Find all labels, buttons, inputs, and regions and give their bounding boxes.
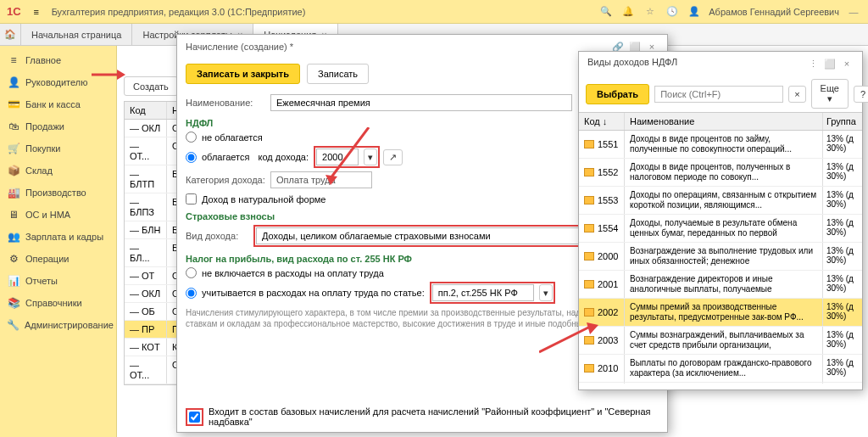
sidebar-item[interactable]: ≡Главное [0, 49, 116, 71]
natural-checkbox[interactable] [186, 193, 197, 204]
col-code[interactable]: Код [125, 102, 167, 119]
folder-icon [584, 308, 594, 317]
ref-row[interactable]: 2002Суммы премий за производственные рез… [579, 299, 862, 327]
category-input [270, 171, 372, 188]
sidebar-icon: 📊 [7, 274, 20, 288]
sidebar-icon: 🛒 [7, 142, 20, 155]
ref-title: Виды доходов НДФЛ [587, 57, 677, 70]
dropdown-icon[interactable]: ▾ [364, 148, 377, 165]
ref-row[interactable]: 1553Доходы по операциям, связанным с отк… [579, 187, 862, 215]
base-accrual-checkbox[interactable] [189, 412, 200, 423]
name-input[interactable] [270, 94, 572, 111]
sidebar-item[interactable]: 🛍Продажи [0, 115, 116, 137]
close-icon[interactable]: × [840, 57, 854, 70]
sidebar-item[interactable]: 👥Зарплата и кадры [0, 226, 116, 248]
sidebar-icon: 👥 [7, 230, 20, 244]
clear-search-icon[interactable]: × [788, 86, 805, 103]
ref-row[interactable]: 2012Суммы отпускных выплат13% (д [579, 383, 862, 384]
folder-icon [584, 252, 594, 261]
open-ref-icon[interactable]: ↗ [383, 149, 403, 165]
search-input[interactable] [654, 86, 783, 103]
ref-row[interactable]: 2010Выплаты по договорам гражданско-прав… [579, 355, 862, 383]
ref-panel: Виды доходов НДФЛ ⋮ ⬜ × Выбрать × Еще ▾ … [578, 51, 863, 390]
folder-icon [584, 364, 594, 373]
sidebar-item[interactable]: 🛒Покупки [0, 137, 116, 160]
sidebar-item[interactable]: 📦Склад [0, 160, 116, 182]
ref-row[interactable]: 2000Вознаграждение за выполнение трудовы… [579, 243, 862, 271]
sidebar-item[interactable]: 👤Руководителю [0, 71, 116, 93]
sidebar-icon: ⚙ [7, 252, 20, 266]
sidebar-icon: 🛍 [7, 120, 20, 133]
sidebar-icon: 🏭 [7, 186, 20, 199]
folder-icon [584, 168, 594, 176]
tab-home-page[interactable]: Начальная страница [21, 24, 132, 45]
tab-home[interactable]: 🏠 [0, 24, 21, 45]
star-icon[interactable]: ☆ [643, 4, 658, 20]
sidebar-icon: ≡ [7, 53, 20, 67]
logo: 1С [7, 5, 21, 18]
help-button[interactable]: ? [854, 86, 868, 103]
sidebar-item[interactable]: 💳Банк и касса [0, 93, 116, 115]
sidebar-item[interactable]: 📊Отчеты [0, 270, 116, 292]
save-button[interactable]: Записать [307, 64, 369, 84]
incl-radio[interactable] [186, 288, 197, 299]
sidebar-item[interactable]: 🏭Производство [0, 182, 116, 204]
ref-table[interactable]: Код ↓ Наименование Группа 1551Доходы в в… [579, 112, 862, 384]
folder-icon [584, 280, 594, 289]
create-button[interactable]: Создать [124, 76, 178, 96]
titlebar: 1С ≡ Бухгалтерия предприятия, редакция 3… [0, 0, 868, 24]
sidebar-item[interactable]: 🔧Администрирование [0, 314, 116, 336]
ref-col-code[interactable]: Код ↓ [579, 113, 625, 130]
income-code-input[interactable] [316, 148, 359, 165]
sidebar-icon: 📚 [7, 296, 20, 310]
folder-icon [584, 196, 594, 204]
income-type-input[interactable] [256, 227, 618, 244]
taxed-radio[interactable] [186, 152, 197, 163]
sidebar-item[interactable]: ⚙Операции [0, 248, 116, 270]
form-title-text: Начисление (создание) * [186, 42, 293, 52]
ref-row[interactable]: 1552Доходы в виде процентов, полученных … [579, 159, 862, 187]
clock-icon[interactable]: 🕓 [665, 4, 680, 20]
app-title: Бухгалтерия предприятия, редакция 3.0 (1… [52, 7, 599, 17]
nontax-radio[interactable] [186, 132, 197, 143]
not-incl-radio[interactable] [186, 267, 197, 278]
ref-row[interactable]: 1551Доходы в виде процентов по займу, по… [579, 131, 862, 159]
sidebar-item[interactable]: 📚Справочники [0, 292, 116, 314]
name-label: Наименование: [186, 98, 270, 108]
folder-icon [584, 140, 594, 148]
ref-row[interactable]: 2001Вознаграждение директоров и иные ана… [579, 271, 862, 299]
ref-col-name[interactable]: Наименование [625, 113, 823, 130]
minimize-icon[interactable]: — [846, 4, 861, 20]
select-button[interactable]: Выбрать [586, 84, 649, 104]
sidebar-icon: 🔧 [7, 318, 19, 332]
article-input[interactable] [432, 284, 534, 301]
save-close-button[interactable]: Записать и закрыть [186, 64, 300, 84]
ref-row[interactable]: 1554Доходы, получаемые в результате обме… [579, 215, 862, 243]
dropdown-icon[interactable]: ▾ [539, 284, 553, 301]
sidebar-icon: 📦 [7, 164, 20, 177]
bell-icon[interactable]: 🔔 [620, 4, 636, 20]
menu-icon[interactable]: ⋮ [806, 57, 820, 70]
ref-col-group[interactable]: Группа [823, 113, 862, 130]
more-button[interactable]: Еще ▾ [811, 79, 849, 109]
maximize-icon[interactable]: ⬜ [823, 57, 837, 70]
menu-icon[interactable]: ≡ [28, 3, 45, 20]
ref-row[interactable]: 2003Суммы вознаграждений, выплачиваемых … [579, 327, 862, 355]
sidebar-icon: 🖥 [7, 208, 20, 221]
username[interactable]: Абрамов Геннадий Сергеевич [709, 7, 839, 17]
sidebar-item[interactable]: 🖥ОС и НМА [0, 204, 116, 226]
sidebar-icon: 💳 [7, 98, 20, 111]
user-icon[interactable]: 👤 [687, 4, 702, 20]
sidebar: ≡Главное👤Руководителю💳Банк и касса🛍Прода… [0, 46, 117, 437]
sidebar-icon: 👤 [7, 76, 20, 89]
folder-icon [584, 336, 594, 345]
folder-icon [584, 224, 594, 233]
search-icon[interactable]: 🔍 [598, 4, 614, 20]
